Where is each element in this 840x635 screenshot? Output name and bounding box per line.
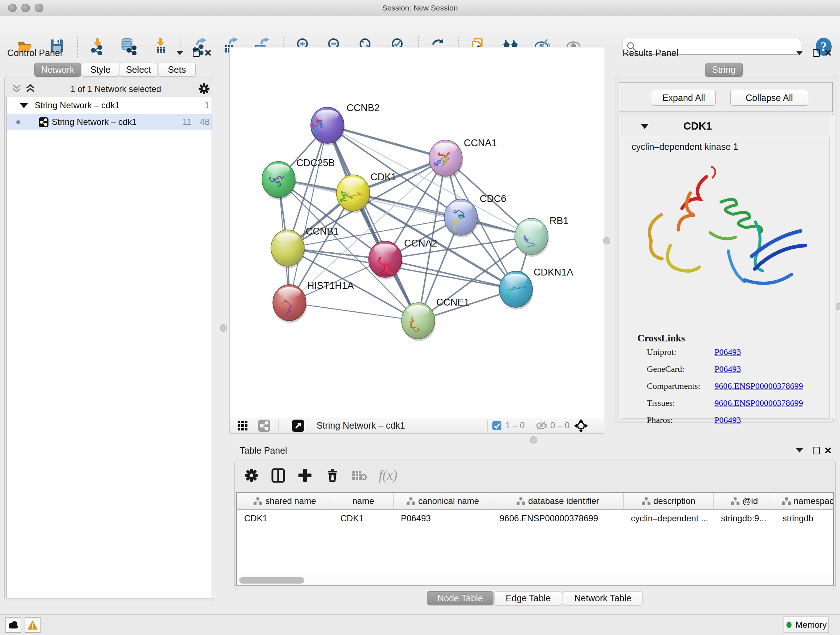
network-share-view-icon[interactable]	[258, 420, 270, 432]
crosslink-link[interactable]: P06493	[714, 364, 741, 374]
add-column-icon[interactable]	[298, 468, 312, 483]
collection-count: 1	[191, 97, 210, 114]
results-buttons-box: Expand All Collapse All	[619, 82, 833, 112]
control-panel-close-icon[interactable]	[204, 49, 212, 57]
table-tab-network-table[interactable]: Network Table	[563, 591, 643, 605]
show-columns-icon[interactable]	[271, 468, 286, 483]
grid-view-icon[interactable]	[238, 421, 248, 431]
control-tab-select[interactable]: Select	[120, 63, 157, 77]
table-gear-icon[interactable]	[244, 468, 259, 483]
table-row[interactable]: CDK1CDK1P064939606.ENSP00000378699cyclin…	[237, 510, 833, 526]
results-panel-close-icon[interactable]	[824, 49, 832, 57]
table-panel-close-icon[interactable]	[824, 447, 832, 454]
results-tab-string[interactable]: String	[705, 63, 743, 77]
protein-description: cyclin–dependent kinase 1	[632, 141, 738, 152]
collapse-all-button[interactable]: Collapse All	[730, 90, 808, 106]
network-edge-CCNB2-HIST1H1A[interactable]	[289, 125, 327, 302]
network-edge-CCNE1-HIST1H1A[interactable]	[289, 302, 418, 321]
table-cell[interactable]: CDK1	[333, 510, 393, 526]
collapse-all-chevron-icon[interactable]	[11, 84, 22, 93]
table-cell[interactable]: 9606.ENSP00000378699	[493, 510, 624, 526]
results-scrollbar[interactable]	[830, 115, 835, 419]
tree-icon	[407, 497, 415, 505]
memory-button[interactable]: Memory	[783, 616, 829, 633]
network-node-CDC6[interactable]: CDC6	[444, 193, 507, 238]
network-node-CDK1[interactable]: CDK1	[336, 172, 396, 213]
table-cell[interactable]: cyclin–dependent ...	[624, 510, 714, 526]
crosslink-link[interactable]: P06493	[714, 347, 741, 357]
network-edge-CCNB2-CCNA1[interactable]	[327, 125, 446, 158]
protein-collapse-icon[interactable]	[641, 124, 649, 129]
open-in-window-icon[interactable]	[292, 420, 304, 432]
cloud-status-button[interactable]	[5, 617, 21, 633]
right-splitter-handle[interactable]	[603, 237, 610, 244]
crosslinks-list: Uniprot:P06493GeneCard:P06493Compartment…	[622, 347, 829, 432]
import-network-database-icon[interactable]	[120, 37, 137, 55]
network-collection-row[interactable]: String Network – cdk1 1	[7, 97, 212, 114]
results-panel-menu-icon[interactable]	[796, 51, 803, 55]
network-node-CCNA1[interactable]: CCNA1	[429, 138, 497, 179]
table-header-row: shared namenamecanonical namedatabase id…	[237, 493, 833, 510]
table-tab-edge-table[interactable]: Edge Table	[494, 591, 562, 605]
network-canvas[interactable]: CCNB2CCNA1CDC25BCDK1CDC6RB1CCNB1CCNA2CDK…	[229, 47, 604, 418]
crosslink-label: Tissues:	[647, 398, 714, 408]
left-splitter-handle[interactable]	[220, 325, 227, 332]
network-node-HIST1H1A[interactable]: HIST1H1A	[273, 280, 354, 323]
table-hscrollbar-thumb[interactable]	[239, 577, 304, 584]
network-node-RB1[interactable]: RB1	[515, 215, 569, 257]
column-header-shared-name[interactable]: shared name	[237, 493, 333, 509]
table-tab-node-table[interactable]: Node Table	[427, 591, 493, 605]
expand-all-button[interactable]: Expand All	[652, 90, 715, 106]
results-panel-title: Results Panel	[622, 48, 678, 58]
control-tab-sets[interactable]: Sets	[158, 63, 196, 77]
network-node-label: CDC6	[480, 193, 507, 204]
expand-all-chevron-icon[interactable]	[25, 84, 35, 93]
column-header-name[interactable]: name	[333, 493, 393, 509]
column-header-@id[interactable]: @id	[714, 493, 775, 509]
collection-expand-icon[interactable]	[20, 103, 28, 108]
table-panel-float-icon[interactable]	[813, 447, 820, 454]
network-node-count: 11	[174, 114, 191, 130]
control-panel-menu-icon[interactable]	[176, 51, 183, 55]
import-table-file-icon[interactable]	[152, 37, 169, 55]
network-options-gear-icon[interactable]	[198, 82, 210, 95]
network-node-label: HIST1H1A	[307, 280, 354, 291]
delete-column-icon[interactable]	[325, 468, 340, 483]
table-cell[interactable]: stringdb:9...	[714, 510, 775, 526]
crosslink-row: Compartments:9606.ENSP00000378699	[647, 381, 829, 391]
selected-checkbox-icon[interactable]	[493, 421, 501, 430]
table-panel-menu-icon[interactable]	[796, 448, 803, 453]
horizontal-splitter-handle[interactable]	[530, 436, 537, 443]
network-node-CDKN1A[interactable]: CDKN1A	[499, 267, 573, 310]
crosslink-link[interactable]: P06493	[714, 415, 741, 425]
titlebar: Session: New Session	[0, 0, 840, 16]
network-list: String Network – cdk1 1 String Network –…	[6, 97, 212, 599]
import-network-file-icon[interactable]	[89, 37, 106, 55]
table-cell[interactable]: P06493	[393, 510, 493, 526]
birds-eye-view-icon[interactable]	[574, 419, 588, 432]
warning-status-button[interactable]	[25, 617, 41, 633]
crosslink-link[interactable]: 9606.ENSP00000378699	[714, 381, 803, 391]
network-node-CCNB2[interactable]: CCNB2	[311, 103, 380, 146]
network-row[interactable]: String Network – cdk1 11 48	[7, 114, 212, 130]
crosslink-link[interactable]: 9606.ENSP00000378699	[714, 398, 803, 408]
network-node-label: CDKN1A	[534, 267, 573, 278]
results-panel-float-icon[interactable]	[813, 49, 820, 57]
control-tab-style[interactable]: Style	[82, 63, 119, 77]
column-header-namespace[interactable]: namespace	[775, 493, 833, 509]
column-header-description[interactable]: description	[624, 493, 714, 509]
network-label: String Network – cdk1	[52, 114, 137, 130]
control-panel-float-icon[interactable]	[193, 49, 200, 57]
network-node-CCNE1[interactable]: CCNE1	[401, 297, 470, 341]
collection-label: String Network – cdk1	[35, 97, 120, 114]
tree-icon	[254, 497, 262, 505]
hidden-eye-slash-icon	[536, 421, 547, 431]
control-tab-network[interactable]: Network	[34, 63, 81, 77]
table-cell[interactable]: stringdb	[775, 510, 833, 526]
crosslink-label: Pharos:	[647, 415, 714, 425]
netbar-separator	[278, 420, 279, 431]
table-cell[interactable]: CDK1	[237, 510, 333, 526]
column-header-canonical-name[interactable]: canonical name	[393, 493, 493, 509]
column-header-database-identifier[interactable]: database identifier	[493, 493, 624, 509]
network-view-toolbar: String Network – cdk1 1 – 0 0 – 0	[229, 418, 604, 434]
